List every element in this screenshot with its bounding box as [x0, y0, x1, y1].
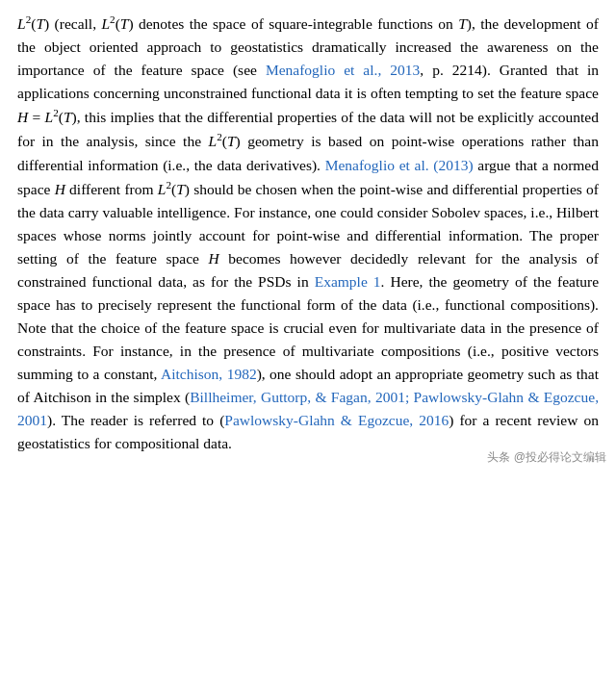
link-pawlowsky-2016[interactable]: Pawlowsky-Glahn & Egozcue, 2016 — [224, 412, 449, 428]
link-aitchison-1982[interactable]: Aitchison, 1982 — [161, 366, 257, 382]
link-example1[interactable]: Example 1 — [315, 273, 381, 290]
link-menafoglio-2013b[interactable]: Menafoglio et al. (2013) — [325, 157, 474, 173]
page-container: L2(T) (recall, L2(T) denotes the space o… — [0, 0, 616, 472]
link-menafoglio-2013a[interactable]: Menafoglio et al., 2013 — [266, 62, 420, 78]
watermark-label: 头条 @投必得论文编辑 — [487, 448, 606, 467]
main-paragraph: L2(T) (recall, L2(T) denotes the space o… — [17, 12, 599, 455]
